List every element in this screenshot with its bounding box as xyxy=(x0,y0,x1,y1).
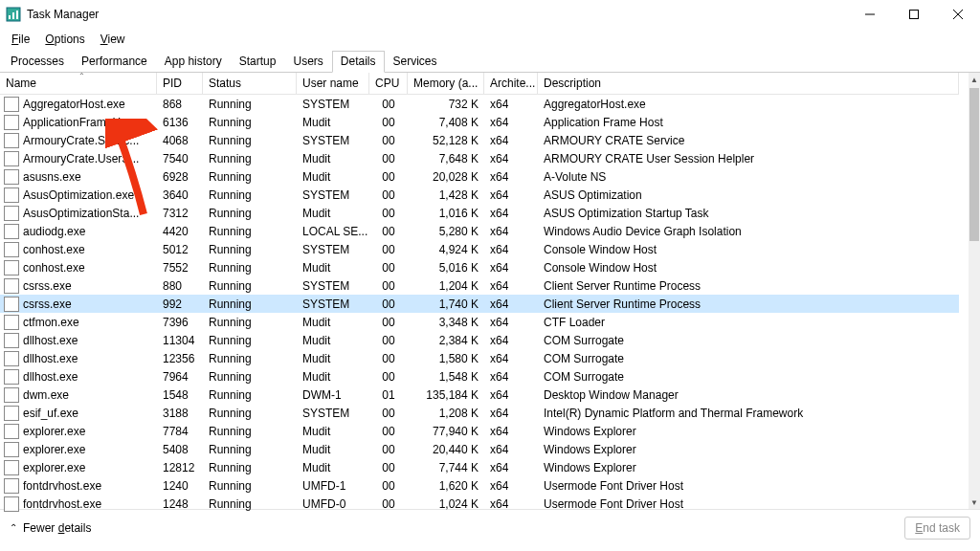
footer: ⌃ Fewer details End task xyxy=(0,509,980,545)
svg-rect-2 xyxy=(12,12,14,19)
cell-name: ApplicationFrameHo... xyxy=(0,113,157,131)
cell-pid: 7396 xyxy=(157,313,203,331)
tab-processes[interactable]: Processes xyxy=(2,51,73,72)
cell-desc: ARMOURY CRATE User Session Helpler xyxy=(538,149,959,167)
cell-desc: Client Server Runtime Process xyxy=(538,276,959,295)
cell-status: Running xyxy=(203,240,297,258)
tab-users[interactable]: Users xyxy=(284,51,331,72)
column-header-cpu[interactable]: CPU xyxy=(369,73,408,95)
cell-cpu: 00 xyxy=(369,222,408,240)
cell-user: SYSTEM xyxy=(297,404,369,422)
process-icon xyxy=(4,169,19,185)
column-header-memory-a-[interactable]: Memory (a... xyxy=(408,73,484,95)
cell-status: Running xyxy=(203,367,297,386)
window-controls xyxy=(848,0,980,29)
cell-cpu: 00 xyxy=(369,295,408,313)
cell-desc: Windows Explorer xyxy=(538,440,959,458)
process-icon xyxy=(4,333,19,348)
window-title: Task Manager xyxy=(27,8,99,21)
tab-details[interactable]: Details xyxy=(332,51,385,73)
cell-cpu: 01 xyxy=(369,386,408,404)
cell-arch: x64 xyxy=(484,476,538,495)
menu-file[interactable]: File xyxy=(4,31,37,48)
cell-status: Running xyxy=(203,222,297,240)
column-header-name[interactable]: Name⌃ xyxy=(0,73,157,95)
tab-services[interactable]: Services xyxy=(385,51,446,72)
cell-cpu: 00 xyxy=(369,495,408,513)
column-header-pid[interactable]: PID xyxy=(157,73,203,95)
cell-cpu: 00 xyxy=(369,458,408,476)
column-header-archite-[interactable]: Archite... xyxy=(484,73,538,95)
tab-performance[interactable]: Performance xyxy=(73,51,156,72)
cell-user: SYSTEM xyxy=(297,295,369,313)
column-header-user-name[interactable]: User name xyxy=(297,73,369,95)
cell-user: SYSTEM xyxy=(297,131,369,149)
process-icon xyxy=(4,97,19,112)
column-header-description[interactable]: Description xyxy=(538,73,959,95)
cell-cpu: 00 xyxy=(369,404,408,422)
cell-status: Running xyxy=(203,131,297,149)
cell-arch: x64 xyxy=(484,149,538,167)
menu-options[interactable]: Options xyxy=(37,31,92,48)
cell-arch: x64 xyxy=(484,440,538,458)
sort-indicator-asc: ⌃ xyxy=(78,73,85,80)
process-icon xyxy=(4,297,19,312)
scroll-up-arrow[interactable]: ▲ xyxy=(969,73,980,86)
cell-arch: x64 xyxy=(484,186,538,204)
menu-view[interactable]: View xyxy=(93,31,133,48)
cell-status: Running xyxy=(203,113,297,131)
cell-desc: Console Window Host xyxy=(538,258,959,276)
cell-arch: x64 xyxy=(484,240,538,258)
process-grid-container: Name⌃PIDStatusUser nameCPUMemory (a...Ar… xyxy=(0,73,980,509)
cell-mem: 1,204 K xyxy=(408,276,484,295)
cell-arch: x64 xyxy=(484,458,538,476)
vertical-scrollbar[interactable]: ▲ ▼ xyxy=(969,73,980,509)
menubar: File Options View xyxy=(0,29,980,50)
cell-user: Mudit xyxy=(297,458,369,476)
cell-status: Running xyxy=(203,349,297,367)
process-icon xyxy=(4,260,19,276)
cell-name: dllhost.exe xyxy=(0,349,157,367)
cell-name: csrss.exe xyxy=(0,295,157,313)
end-task-button[interactable]: End task xyxy=(904,517,970,540)
cell-desc: COM Surrogate xyxy=(538,349,959,367)
scroll-thumb[interactable] xyxy=(969,88,979,241)
cell-status: Running xyxy=(203,204,297,222)
cell-desc: Desktop Window Manager xyxy=(538,386,959,404)
cell-cpu: 00 xyxy=(369,204,408,222)
cell-name: fontdrvhost.exe xyxy=(0,476,157,495)
cell-cpu: 00 xyxy=(369,276,408,295)
cell-name: dllhost.exe xyxy=(0,367,157,386)
scroll-down-arrow[interactable]: ▼ xyxy=(969,496,980,509)
cell-mem: 5,016 K xyxy=(408,258,484,276)
cell-mem: 20,440 K xyxy=(408,440,484,458)
close-button[interactable] xyxy=(936,0,980,29)
fewer-details-toggle[interactable]: ⌃ Fewer details xyxy=(10,521,91,535)
process-icon xyxy=(4,351,19,366)
cell-user: SYSTEM xyxy=(297,276,369,295)
cell-cpu: 00 xyxy=(369,422,408,440)
cell-user: UMFD-0 xyxy=(297,495,369,513)
tab-startup[interactable]: Startup xyxy=(231,51,285,72)
cell-mem: 7,408 K xyxy=(408,113,484,131)
cell-name: explorer.exe xyxy=(0,458,157,476)
cell-pid: 1248 xyxy=(157,495,203,513)
svg-rect-1 xyxy=(9,15,11,19)
svg-rect-3 xyxy=(16,11,18,19)
cell-cpu: 00 xyxy=(369,349,408,367)
tab-app-history[interactable]: App history xyxy=(156,51,231,72)
cell-user: SYSTEM xyxy=(297,186,369,204)
cell-mem: 77,940 K xyxy=(408,422,484,440)
cell-cpu: 00 xyxy=(369,258,408,276)
cell-cpu: 00 xyxy=(369,149,408,167)
cell-mem: 1,208 K xyxy=(408,404,484,422)
maximize-button[interactable] xyxy=(892,0,936,29)
column-header-status[interactable]: Status xyxy=(203,73,297,95)
cell-mem: 135,184 K xyxy=(408,386,484,404)
cell-mem: 1,016 K xyxy=(408,204,484,222)
tab-bar: ProcessesPerformanceApp historyStartupUs… xyxy=(0,50,980,73)
cell-name: AsusOptimizationSta... xyxy=(0,204,157,222)
minimize-button[interactable] xyxy=(848,0,892,29)
process-icon xyxy=(4,187,19,203)
cell-user: Mudit xyxy=(297,258,369,276)
